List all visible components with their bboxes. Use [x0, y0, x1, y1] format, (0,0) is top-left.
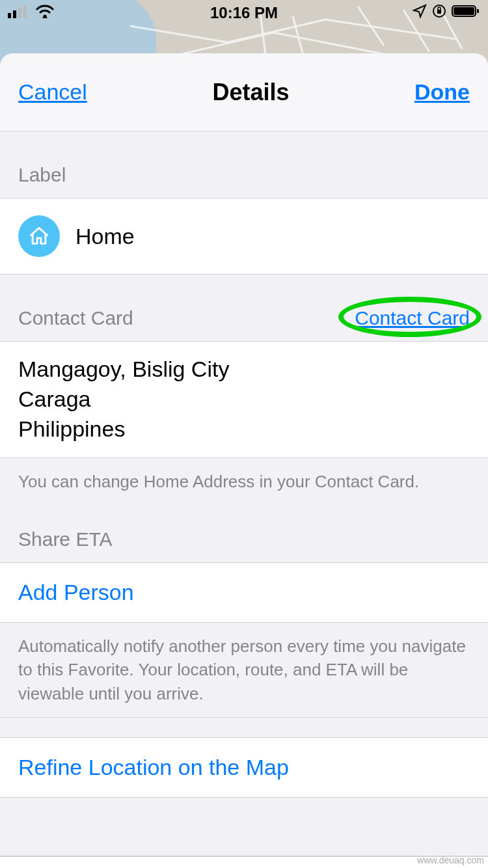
add-person-button[interactable]: Add Person [0, 562, 488, 623]
watermark: www.deuaq.com [417, 855, 484, 865]
remove-favorite-button[interactable]: Remove Favorite [0, 856, 488, 868]
orientation-lock-icon [432, 4, 446, 22]
address-line-3: Philippines [18, 414, 229, 444]
done-button[interactable]: Done [414, 79, 470, 105]
label-section-header: Label [0, 131, 488, 198]
add-person-label: Add Person [18, 580, 134, 605]
home-icon [18, 215, 60, 257]
nav-title: Details [212, 79, 289, 106]
share-eta-header-text: Share ETA [18, 528, 113, 550]
refine-location-label: Refine Location on the Map [18, 755, 289, 780]
contact-card-footer: You can change Home Address in your Cont… [0, 458, 488, 505]
cancel-button[interactable]: Cancel [18, 79, 87, 105]
address-line-1: Mangagoy, Bislig City [18, 355, 229, 385]
battery-icon [452, 4, 480, 22]
share-eta-footer: Automatically notify another person ever… [0, 623, 488, 717]
svg-rect-0 [8, 13, 11, 18]
details-sheet: Cancel Details Done Label Home Contact C… [0, 53, 488, 868]
contact-header-text: Contact Card [18, 307, 133, 329]
contact-card-link[interactable]: Contact Card [355, 307, 470, 329]
empty-row [0, 798, 488, 856]
svg-rect-2 [18, 8, 21, 18]
svg-rect-6 [437, 10, 441, 14]
label-header-text: Label [18, 164, 66, 186]
address-row: Mangagoy, Bislig City Caraga Philippines [0, 341, 488, 458]
status-time: 10:16 PM [210, 4, 278, 22]
wifi-icon [35, 4, 55, 22]
refine-location-button[interactable]: Refine Location on the Map [0, 737, 488, 798]
nav-bar: Cancel Details Done [0, 53, 488, 131]
svg-rect-3 [23, 5, 27, 18]
label-row[interactable]: Home [0, 198, 488, 275]
address-line-2: Caraga [18, 385, 229, 414]
contact-card-section-header: Contact Card Contact Card [0, 275, 488, 341]
status-bar: 10:16 PM [0, 0, 488, 26]
svg-rect-9 [477, 9, 479, 13]
share-eta-section-header: Share ETA [0, 505, 488, 562]
location-icon [413, 4, 427, 22]
label-value: Home [75, 224, 135, 249]
svg-rect-8 [454, 7, 474, 15]
cellular-icon [8, 4, 30, 22]
svg-point-4 [44, 15, 47, 18]
svg-rect-1 [13, 10, 16, 18]
